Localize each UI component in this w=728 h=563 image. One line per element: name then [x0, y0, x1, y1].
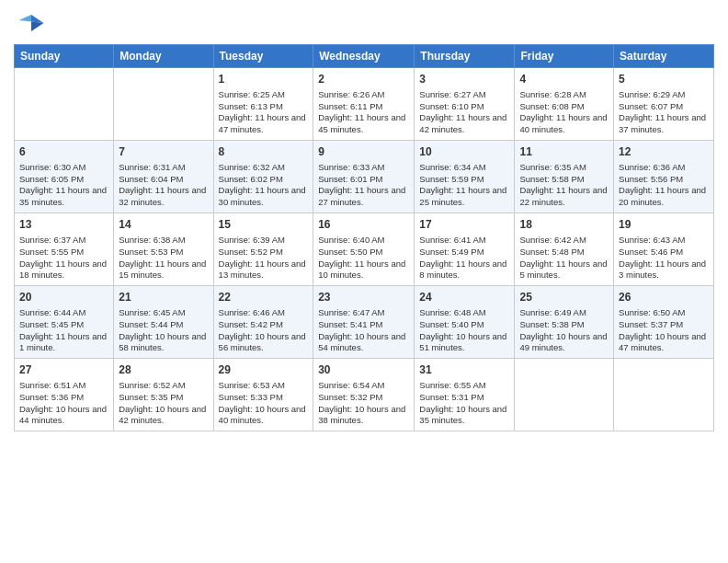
day-info: Sunrise: 6:41 AM Sunset: 5:49 PM Dayligh…: [419, 235, 509, 282]
day-info: Sunrise: 6:37 AM Sunset: 5:55 PM Dayligh…: [19, 235, 108, 282]
day-info: Sunrise: 6:38 AM Sunset: 5:53 PM Dayligh…: [119, 235, 208, 282]
calendar-cell: 20Sunrise: 6:44 AM Sunset: 5:45 PM Dayli…: [15, 286, 114, 359]
day-number: 13: [19, 217, 108, 233]
day-number: 29: [219, 362, 309, 378]
calendar-cell: 18Sunrise: 6:42 AM Sunset: 5:48 PM Dayli…: [515, 213, 614, 286]
day-number: 10: [419, 144, 509, 160]
calendar-cell: 4Sunrise: 6:28 AM Sunset: 6:08 PM Daylig…: [515, 68, 614, 141]
calendar-cell: [114, 68, 213, 141]
calendar-cell: [614, 359, 714, 431]
calendar-cell: 15Sunrise: 6:39 AM Sunset: 5:52 PM Dayli…: [213, 213, 313, 286]
calendar-cell: 8Sunrise: 6:32 AM Sunset: 6:02 PM Daylig…: [213, 141, 313, 213]
day-number: 22: [219, 290, 309, 305]
day-number: 3: [419, 72, 509, 87]
page: SundayMondayTuesdayWednesdayThursdayFrid…: [0, 0, 728, 563]
day-number: 16: [318, 217, 409, 233]
day-number: 1: [219, 72, 309, 87]
day-info: Sunrise: 6:33 AM Sunset: 6:01 PM Dayligh…: [318, 162, 409, 209]
day-info: Sunrise: 6:43 AM Sunset: 5:46 PM Dayligh…: [619, 235, 709, 282]
header: [14, 9, 714, 37]
day-info: Sunrise: 6:48 AM Sunset: 5:40 PM Dayligh…: [419, 307, 509, 354]
day-info: Sunrise: 6:26 AM Sunset: 6:11 PM Dayligh…: [318, 89, 409, 136]
day-info: Sunrise: 6:25 AM Sunset: 6:13 PM Dayligh…: [219, 89, 309, 136]
day-info: Sunrise: 6:52 AM Sunset: 5:35 PM Dayligh…: [119, 380, 208, 427]
calendar-cell: 22Sunrise: 6:46 AM Sunset: 5:42 PM Dayli…: [213, 286, 313, 359]
logo-bird-icon: [17, 9, 45, 37]
calendar-week-row: 1Sunrise: 6:25 AM Sunset: 6:13 PM Daylig…: [15, 68, 714, 141]
calendar-table: SundayMondayTuesdayWednesdayThursdayFrid…: [14, 44, 714, 431]
day-info: Sunrise: 6:45 AM Sunset: 5:44 PM Dayligh…: [119, 307, 208, 354]
calendar-cell: 16Sunrise: 6:40 AM Sunset: 5:50 PM Dayli…: [313, 213, 415, 286]
calendar-week-row: 13Sunrise: 6:37 AM Sunset: 5:55 PM Dayli…: [15, 213, 714, 286]
day-info: Sunrise: 6:42 AM Sunset: 5:48 PM Dayligh…: [519, 235, 609, 282]
weekday-header: Friday: [515, 45, 614, 68]
weekday-header: Monday: [114, 45, 213, 68]
day-number: 30: [318, 362, 409, 378]
calendar-week-row: 20Sunrise: 6:44 AM Sunset: 5:45 PM Dayli…: [15, 286, 714, 359]
calendar-cell: 27Sunrise: 6:51 AM Sunset: 5:36 PM Dayli…: [15, 359, 114, 431]
calendar-cell: 19Sunrise: 6:43 AM Sunset: 5:46 PM Dayli…: [614, 213, 714, 286]
day-info: Sunrise: 6:36 AM Sunset: 5:56 PM Dayligh…: [619, 162, 709, 209]
day-number: 19: [619, 217, 709, 233]
day-number: 21: [119, 290, 208, 305]
logo: [14, 9, 45, 37]
day-number: 23: [318, 290, 409, 305]
calendar-week-row: 27Sunrise: 6:51 AM Sunset: 5:36 PM Dayli…: [15, 359, 714, 431]
calendar-cell: 6Sunrise: 6:30 AM Sunset: 6:05 PM Daylig…: [15, 141, 114, 213]
day-number: 15: [219, 217, 309, 233]
calendar-cell: 9Sunrise: 6:33 AM Sunset: 6:01 PM Daylig…: [313, 141, 415, 213]
day-info: Sunrise: 6:44 AM Sunset: 5:45 PM Dayligh…: [19, 307, 108, 354]
day-info: Sunrise: 6:46 AM Sunset: 5:42 PM Dayligh…: [219, 307, 309, 354]
calendar-cell: 12Sunrise: 6:36 AM Sunset: 5:56 PM Dayli…: [614, 141, 714, 213]
calendar-cell: 7Sunrise: 6:31 AM Sunset: 6:04 PM Daylig…: [114, 141, 213, 213]
day-info: Sunrise: 6:35 AM Sunset: 5:58 PM Dayligh…: [519, 162, 609, 209]
day-number: 6: [19, 144, 108, 160]
day-number: 25: [519, 290, 609, 305]
calendar-cell: 10Sunrise: 6:34 AM Sunset: 5:59 PM Dayli…: [415, 141, 515, 213]
day-number: 11: [519, 144, 609, 160]
svg-marker-0: [31, 15, 44, 23]
day-info: Sunrise: 6:34 AM Sunset: 5:59 PM Dayligh…: [419, 162, 509, 209]
day-info: Sunrise: 6:32 AM Sunset: 6:02 PM Dayligh…: [219, 162, 309, 209]
day-number: 2: [318, 72, 409, 87]
day-number: 26: [619, 290, 709, 305]
day-number: 8: [219, 144, 309, 160]
calendar-cell: 21Sunrise: 6:45 AM Sunset: 5:44 PM Dayli…: [114, 286, 213, 359]
calendar-header: SundayMondayTuesdayWednesdayThursdayFrid…: [15, 45, 714, 68]
day-number: 7: [119, 144, 208, 160]
day-number: 4: [519, 72, 609, 87]
day-number: 5: [619, 72, 709, 87]
day-info: Sunrise: 6:27 AM Sunset: 6:10 PM Dayligh…: [419, 89, 509, 136]
calendar-body: 1Sunrise: 6:25 AM Sunset: 6:13 PM Daylig…: [15, 68, 714, 431]
day-number: 31: [419, 362, 509, 378]
svg-marker-2: [31, 22, 44, 32]
day-number: 12: [619, 144, 709, 160]
calendar-cell: [515, 359, 614, 431]
day-info: Sunrise: 6:50 AM Sunset: 5:37 PM Dayligh…: [619, 307, 709, 354]
day-info: Sunrise: 6:51 AM Sunset: 5:36 PM Dayligh…: [19, 380, 108, 427]
day-number: 9: [318, 144, 409, 160]
calendar-cell: 24Sunrise: 6:48 AM Sunset: 5:40 PM Dayli…: [415, 286, 515, 359]
day-info: Sunrise: 6:40 AM Sunset: 5:50 PM Dayligh…: [318, 235, 409, 282]
day-info: Sunrise: 6:55 AM Sunset: 5:31 PM Dayligh…: [419, 380, 509, 427]
calendar-week-row: 6Sunrise: 6:30 AM Sunset: 6:05 PM Daylig…: [15, 141, 714, 213]
calendar-cell: 17Sunrise: 6:41 AM Sunset: 5:49 PM Dayli…: [415, 213, 515, 286]
day-info: Sunrise: 6:31 AM Sunset: 6:04 PM Dayligh…: [119, 162, 208, 209]
day-number: 24: [419, 290, 509, 305]
day-info: Sunrise: 6:53 AM Sunset: 5:33 PM Dayligh…: [219, 380, 309, 427]
calendar-cell: 11Sunrise: 6:35 AM Sunset: 5:58 PM Dayli…: [515, 141, 614, 213]
calendar-cell: 13Sunrise: 6:37 AM Sunset: 5:55 PM Dayli…: [15, 213, 114, 286]
calendar-cell: [15, 68, 114, 141]
day-info: Sunrise: 6:49 AM Sunset: 5:38 PM Dayligh…: [519, 307, 609, 354]
calendar-cell: 1Sunrise: 6:25 AM Sunset: 6:13 PM Daylig…: [213, 68, 313, 141]
svg-marker-1: [19, 15, 32, 22]
calendar-cell: 5Sunrise: 6:29 AM Sunset: 6:07 PM Daylig…: [614, 68, 714, 141]
weekday-header: Saturday: [614, 45, 714, 68]
calendar-cell: 31Sunrise: 6:55 AM Sunset: 5:31 PM Dayli…: [415, 359, 515, 431]
calendar-cell: 28Sunrise: 6:52 AM Sunset: 5:35 PM Dayli…: [114, 359, 213, 431]
calendar-cell: 30Sunrise: 6:54 AM Sunset: 5:32 PM Dayli…: [313, 359, 415, 431]
calendar-cell: 3Sunrise: 6:27 AM Sunset: 6:10 PM Daylig…: [415, 68, 515, 141]
calendar-cell: 23Sunrise: 6:47 AM Sunset: 5:41 PM Dayli…: [313, 286, 415, 359]
day-number: 17: [419, 217, 509, 233]
day-info: Sunrise: 6:54 AM Sunset: 5:32 PM Dayligh…: [318, 380, 409, 427]
